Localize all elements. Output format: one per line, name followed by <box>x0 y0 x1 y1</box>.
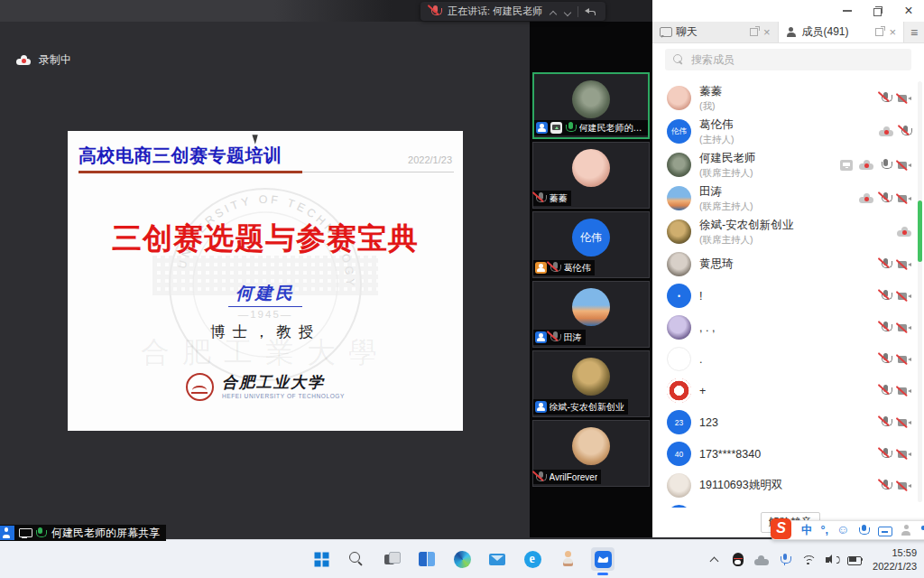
person-icon[interactable] <box>900 524 913 537</box>
clock-time: 15:59 <box>873 546 917 559</box>
member-row[interactable]: 40173****8340 <box>652 438 924 470</box>
member-row[interactable]: 蓁蓁(我) <box>652 81 924 115</box>
member-status-icons <box>880 290 911 302</box>
screen-share-banner: 何建民老师的屏幕共享 <box>0 525 166 541</box>
cloud-icon[interactable] <box>753 551 770 568</box>
widgets-icon[interactable] <box>415 547 439 571</box>
member-info: 黄思琦 <box>699 256 872 272</box>
lang-mode-icon[interactable]: 中 <box>801 523 813 538</box>
participant-name: 蓁蓁 <box>550 192 568 205</box>
member-info: 173****8340 <box>699 448 872 461</box>
member-row[interactable]: 何建民老师(联席主持人) <box>652 148 924 182</box>
close-button[interactable] <box>902 5 915 17</box>
hamburger-menu-icon[interactable] <box>904 22 924 42</box>
member-status-icons <box>897 227 911 237</box>
mic-off-icon <box>880 353 892 365</box>
video-thumbnail[interactable]: 何建民老师的屏... <box>532 72 650 139</box>
member-name: 黄思琦 <box>699 256 872 272</box>
tab-members[interactable]: 成员(491) <box>779 22 905 42</box>
punctuation-icon[interactable]: °, <box>821 524 828 536</box>
chevron-up-icon[interactable] <box>549 7 557 15</box>
window-controls <box>841 0 915 22</box>
battery-icon[interactable] <box>846 551 864 568</box>
cam-off-icon <box>898 450 911 459</box>
header-underline <box>79 171 302 173</box>
keyboard-icon[interactable] <box>878 524 892 537</box>
tab-chat[interactable]: 聊天 <box>652 22 779 42</box>
chat-icon <box>660 27 670 37</box>
member-row[interactable]: 19110693姚明双 <box>652 470 924 501</box>
taskview-icon[interactable] <box>380 547 403 571</box>
qq-icon[interactable] <box>729 551 746 568</box>
popout-icon[interactable] <box>750 28 758 36</box>
share-arrow-icon[interactable] <box>585 6 596 16</box>
close-icon[interactable] <box>763 26 771 38</box>
participant-name: 田涛 <box>564 331 582 344</box>
member-info: 葛伦伟(主持人) <box>699 117 871 146</box>
popout-icon[interactable] <box>875 28 883 36</box>
member-avatar: 40 <box>667 442 691 466</box>
member-name: 123 <box>699 416 872 429</box>
member-row[interactable]: ✓. <box>652 343 924 375</box>
member-row[interactable]: 田涛(联席主持人) <box>652 182 924 215</box>
video-thumbnail[interactable]: AvrilForever <box>532 420 650 487</box>
browser-e-icon[interactable] <box>521 547 544 571</box>
member-avatar <box>667 378 691 403</box>
member-row[interactable]: , . , <box>652 312 924 343</box>
mic-off-icon <box>880 480 892 491</box>
member-info: , . , <box>699 322 872 334</box>
member-name: 19110693姚明双 <box>699 478 872 493</box>
member-info: 蓁蓁(我) <box>699 84 872 113</box>
person-blue-icon <box>535 331 547 343</box>
mic-icon[interactable] <box>776 551 793 568</box>
member-name: ! <box>699 290 872 303</box>
member-row[interactable] <box>652 501 924 508</box>
chevron-up-icon[interactable] <box>706 551 723 568</box>
member-scrollbar-thumb[interactable] <box>918 200 922 262</box>
sogou-logo-icon[interactable]: S <box>771 518 791 539</box>
member-row[interactable]: 徐斌-安农创新创业(联席主持人) <box>652 215 924 248</box>
video-thumbnail[interactable]: 徐斌-安农创新创业 <box>532 350 650 417</box>
mic-on-icon <box>880 159 892 171</box>
video-thumbnail[interactable]: 田涛 <box>532 281 650 348</box>
member-row[interactable]: + <box>652 375 924 406</box>
member-row[interactable]: 23123 <box>652 406 924 438</box>
emoji-icon[interactable] <box>836 524 850 537</box>
voice-icon[interactable] <box>858 525 870 536</box>
mail-icon[interactable] <box>485 547 509 571</box>
member-status-icons <box>880 480 911 491</box>
member-role: (我) <box>699 100 872 113</box>
meeting-icon[interactable] <box>591 547 614 571</box>
recording-label: 录制中 <box>39 52 71 68</box>
scrollbar-track <box>918 81 922 502</box>
mouse-cursor <box>252 133 260 144</box>
member-row[interactable]: 黄思琦 <box>652 248 924 280</box>
minimize-button[interactable] <box>841 5 854 17</box>
taskbar-clock[interactable]: 15:592022/1/23 <box>873 546 917 573</box>
search-box[interactable] <box>665 49 911 70</box>
search-input[interactable] <box>689 52 903 67</box>
member-info: 徐斌-安农创新创业(联席主持人) <box>699 218 889 247</box>
chevron-down-icon[interactable] <box>563 7 571 15</box>
active-speaker-bar[interactable]: 正在讲话: 何建民老师 <box>420 2 605 21</box>
start-icon[interactable] <box>310 547 333 571</box>
person-app-icon[interactable] <box>556 547 579 571</box>
divider <box>578 6 578 17</box>
edge-icon[interactable] <box>450 547 474 571</box>
cam-off-icon <box>898 94 911 103</box>
wifi-icon[interactable] <box>799 551 817 568</box>
member-info: 19110693姚明双 <box>699 478 872 493</box>
member-role: (联席主持人) <box>699 200 851 213</box>
member-row[interactable]: •! <box>652 280 924 312</box>
restore-button[interactable] <box>872 5 884 17</box>
search-icon[interactable] <box>345 547 368 571</box>
mic-off-icon <box>880 92 892 104</box>
close-icon[interactable] <box>889 26 896 38</box>
video-thumbnail[interactable]: 伦伟葛伦伟 <box>532 211 650 278</box>
member-status-icons <box>880 353 911 365</box>
member-row[interactable]: 伦伟葛伦伟(主持人) <box>652 115 924 148</box>
speaker-icon[interactable] <box>823 551 840 568</box>
mic-off-icon <box>535 192 547 204</box>
video-thumbnail[interactable]: 蓁蓁 <box>532 142 650 209</box>
thumbnail-label: 蓁蓁 <box>533 191 571 206</box>
